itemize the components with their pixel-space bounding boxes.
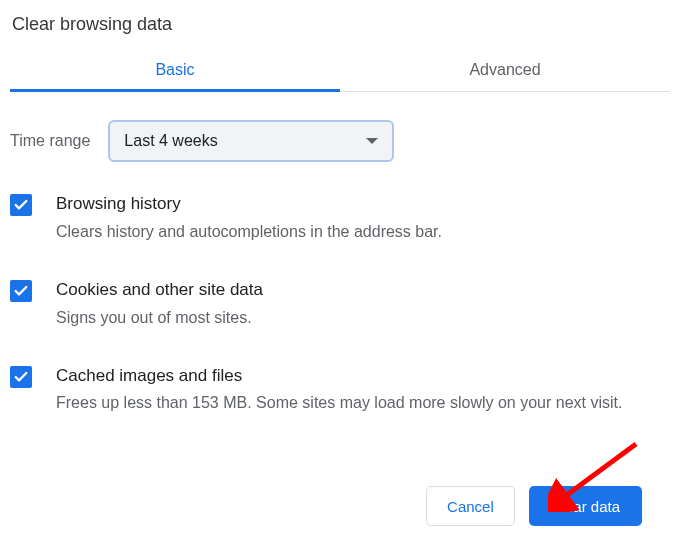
clear-browsing-data-dialog: Clear browsing data Basic Advanced Time … — [0, 0, 680, 449]
option-desc: Clears history and autocompletions in th… — [56, 216, 442, 244]
chevron-down-icon — [366, 138, 378, 144]
dialog-footer: Cancel Clear data — [426, 486, 642, 526]
option-text: Browsing history Clears history and auto… — [32, 192, 442, 244]
check-icon — [13, 369, 29, 385]
dialog-title: Clear browsing data — [10, 8, 670, 49]
option-text: Cookies and other site data Signs you ou… — [32, 278, 263, 330]
cancel-button-label: Cancel — [447, 498, 494, 515]
clear-data-button-label: Clear data — [551, 498, 620, 515]
option-cache: Cached images and files Frees up less th… — [10, 364, 670, 450]
cancel-button[interactable]: Cancel — [426, 486, 515, 526]
tab-advanced[interactable]: Advanced — [340, 49, 670, 91]
checkbox-cache[interactable] — [10, 366, 32, 388]
time-range-label: Time range — [10, 132, 108, 150]
option-browsing-history: Browsing history Clears history and auto… — [10, 192, 670, 278]
time-range-dropdown[interactable]: Last 4 weeks — [108, 120, 394, 162]
tabs-container: Basic Advanced — [10, 49, 670, 92]
check-icon — [13, 283, 29, 299]
option-title: Cached images and files — [56, 364, 622, 388]
tab-basic-label: Basic — [155, 61, 194, 78]
option-cookies: Cookies and other site data Signs you ou… — [10, 278, 670, 364]
time-range-value: Last 4 weeks — [124, 132, 217, 150]
time-range-row: Time range Last 4 weeks — [10, 92, 670, 192]
option-desc: Signs you out of most sites. — [56, 302, 263, 330]
clear-data-button[interactable]: Clear data — [529, 486, 642, 526]
checkbox-cookies[interactable] — [10, 280, 32, 302]
option-title: Cookies and other site data — [56, 278, 263, 302]
check-icon — [13, 197, 29, 213]
option-title: Browsing history — [56, 192, 442, 216]
option-desc: Frees up less than 153 MB. Some sites ma… — [56, 387, 622, 415]
tab-basic[interactable]: Basic — [10, 49, 340, 91]
checkbox-browsing-history[interactable] — [10, 194, 32, 216]
option-text: Cached images and files Frees up less th… — [32, 364, 622, 416]
tab-advanced-label: Advanced — [469, 61, 540, 78]
